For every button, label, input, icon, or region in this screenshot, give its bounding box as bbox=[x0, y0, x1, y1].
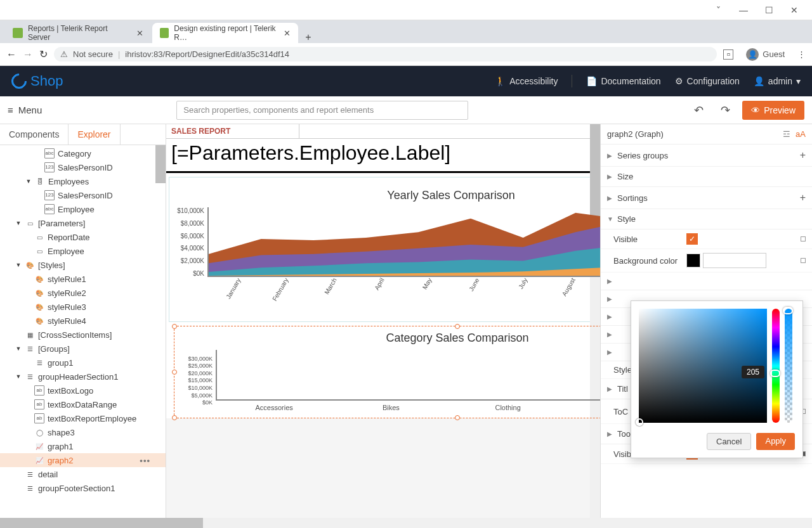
hue-cursor[interactable] bbox=[770, 370, 780, 377]
prop-reset-icon[interactable] bbox=[801, 258, 806, 263]
tree-node-graph1[interactable]: 📈graph1 bbox=[0, 439, 166, 453]
window-maximize[interactable]: ☐ bbox=[756, 0, 782, 20]
tree-node-textboxlogo[interactable]: abtextBoxLogo bbox=[0, 383, 166, 397]
node-options-icon[interactable]: ••• bbox=[140, 456, 150, 465]
chart2-bars bbox=[216, 350, 600, 401]
tree-node-groups[interactable]: ▼☰[Groups] bbox=[0, 342, 166, 356]
tree-node-crosssection[interactable]: ▦[CrossSectionItems] bbox=[0, 328, 166, 342]
tree-node-groupheader[interactable]: ▼☰groupHeaderSection1 bbox=[0, 370, 166, 383]
browser-tab-reports[interactable]: Reports | Telerik Report Server ✕ bbox=[5, 23, 151, 43]
nav-forward-icon[interactable]: → bbox=[23, 49, 33, 60]
graph1-area-chart[interactable]: Yearly Sales Comparison $10,000K $8,000K… bbox=[169, 177, 600, 322]
design-canvas[interactable]: SALES REPORT [=Param▲ [=Parameters.Emplo… bbox=[166, 124, 600, 528]
guest-chip[interactable]: 👤 Guest bbox=[740, 46, 791, 63]
menu-button[interactable]: ≡Menu bbox=[8, 105, 42, 115]
tree-scrollbar[interactable] bbox=[155, 145, 166, 183]
caret-down-icon[interactable]: ▼ bbox=[15, 220, 22, 226]
search-input[interactable]: Search properties, components and report… bbox=[176, 101, 468, 120]
tree-node-salespersonid[interactable]: 123SalesPersonID bbox=[0, 160, 166, 174]
preview-label: Preview bbox=[764, 105, 796, 115]
section-hidden1[interactable]: ▶ bbox=[601, 273, 812, 290]
tree-node-parameters[interactable]: ▼▭[Parameters] bbox=[0, 216, 166, 230]
nav-back-icon[interactable]: ← bbox=[6, 49, 16, 60]
app-logo[interactable]: Shop bbox=[11, 73, 63, 89]
sv-cursor[interactable] bbox=[636, 418, 643, 426]
bg-color-swatch[interactable] bbox=[686, 254, 700, 267]
section-size[interactable]: ▶Size bbox=[601, 167, 812, 187]
add-icon[interactable]: + bbox=[800, 150, 806, 161]
undo-button[interactable]: ↶ bbox=[689, 103, 708, 117]
section-style[interactable]: ▼Style bbox=[601, 209, 812, 229]
tree-node-groupfooter[interactable]: ☰groupFooterSection1 bbox=[0, 481, 166, 495]
tree-node-stylerule1[interactable]: 🎨styleRule1 bbox=[0, 272, 166, 286]
tab-close-icon[interactable]: ✕ bbox=[136, 29, 143, 38]
palette-icon: 🎨 bbox=[25, 260, 35, 270]
resize-handle[interactable] bbox=[455, 324, 460, 329]
section-series-groups[interactable]: ▶Series groups+ bbox=[601, 145, 812, 167]
caret-down-icon[interactable]: ▼ bbox=[15, 262, 22, 268]
bg-color-input[interactable] bbox=[703, 253, 766, 268]
graph2-selected[interactable]: Category Sales Comparison $30,000K $25,0… bbox=[174, 326, 600, 418]
redo-button[interactable]: ↷ bbox=[716, 103, 735, 117]
hue-slider[interactable]: 205 bbox=[772, 309, 780, 423]
tree-node-detail[interactable]: ☰detail bbox=[0, 467, 166, 481]
tree-node-stylerule4[interactable]: 🎨styleRule4 bbox=[0, 314, 166, 328]
tree-node-stylerule2[interactable]: 🎨styleRule2 bbox=[0, 286, 166, 300]
window-close[interactable]: ✕ bbox=[782, 0, 807, 20]
person-icon: 🚶 bbox=[495, 76, 506, 86]
add-icon[interactable]: + bbox=[800, 192, 806, 203]
nav-reload-icon[interactable]: ↻ bbox=[39, 48, 48, 60]
picker-apply-button[interactable]: Apply bbox=[756, 433, 795, 450]
tab-components[interactable]: Components bbox=[0, 124, 69, 145]
section-sortings[interactable]: ▶Sortings+ bbox=[601, 187, 812, 209]
accessibility-link[interactable]: 🚶Accessibility bbox=[495, 76, 558, 86]
caret-down-icon[interactable]: ▼ bbox=[15, 345, 22, 352]
documentation-link[interactable]: 📄Documentation bbox=[586, 76, 660, 86]
configuration-link[interactable]: ⚙Configuration bbox=[675, 76, 740, 86]
tree-node-graph2[interactable]: 📈graph2••• bbox=[0, 453, 166, 467]
tree-node-category[interactable]: abcCategory bbox=[0, 146, 166, 160]
tree-node-stylerule3[interactable]: 🎨styleRule3 bbox=[0, 300, 166, 314]
visible-checkbox[interactable]: ✓ bbox=[686, 233, 698, 245]
tab-explorer[interactable]: Explorer bbox=[69, 124, 120, 145]
preview-button[interactable]: 👁Preview bbox=[742, 101, 804, 120]
tree-node-employee[interactable]: abcEmployee bbox=[0, 202, 166, 216]
admin-link[interactable]: 👤admin ▾ bbox=[754, 76, 801, 86]
alpha-slider[interactable] bbox=[785, 309, 792, 423]
tree-node-employee2[interactable]: ▭Employee bbox=[0, 244, 166, 258]
tree-node-textboxreportemployee[interactable]: abtextBoxReportEmployee bbox=[0, 411, 166, 425]
tree-node-employees[interactable]: ▼🗄Employees bbox=[0, 174, 166, 188]
palette-icon: 🎨 bbox=[34, 302, 44, 312]
caret-down-icon[interactable]: ▼ bbox=[25, 178, 32, 184]
browser-tab-design[interactable]: Design existing report | Telerik R… ✕ bbox=[152, 23, 298, 43]
params-expression[interactable]: [=Parameters.Employee.Label] bbox=[166, 139, 600, 173]
browser-menu-icon[interactable]: ⋮ bbox=[797, 49, 806, 59]
report-title[interactable]: SALES REPORT bbox=[166, 124, 299, 138]
section-icon: ☰ bbox=[25, 483, 35, 493]
tree-node-textboxdatarange[interactable]: abtextBoxDataRange bbox=[0, 397, 166, 411]
caret-right-icon: ▶ bbox=[607, 430, 617, 437]
panel-tabs: Components Explorer bbox=[0, 124, 166, 145]
resize-handle[interactable] bbox=[172, 324, 177, 329]
extensions-icon[interactable]: ▫ bbox=[723, 49, 733, 60]
list-view-icon[interactable]: ☲ bbox=[783, 129, 790, 139]
window-minimize[interactable]: — bbox=[731, 0, 756, 20]
tab-close-icon[interactable]: ✕ bbox=[284, 29, 291, 38]
tree-node-salespersonid2[interactable]: 123SalesPersonID bbox=[0, 188, 166, 202]
user-icon: 👤 bbox=[754, 76, 764, 86]
url-bar[interactable]: ⚠ Not secure | ihristov:83/Report/Design… bbox=[54, 47, 717, 61]
tree-node-shape3[interactable]: ◯shape3 bbox=[0, 425, 166, 439]
picker-cancel-button[interactable]: Cancel bbox=[707, 433, 751, 450]
caret-down-icon[interactable]: ▼ bbox=[15, 373, 22, 380]
tree-node-styles[interactable]: ▼🎨[Styles] bbox=[0, 258, 166, 272]
caret-right-icon: ▶ bbox=[607, 195, 617, 202]
alpha-sort-icon[interactable]: aA bbox=[796, 129, 806, 139]
window-chevron[interactable]: ˅ bbox=[705, 0, 731, 20]
tree-node-group1[interactable]: ☰group1 bbox=[0, 356, 166, 370]
prop-reset-icon[interactable] bbox=[801, 236, 806, 241]
field-icon: abc bbox=[44, 204, 55, 214]
tree-node-reportdate[interactable]: ▭ReportDate bbox=[0, 230, 166, 244]
new-tab-button[interactable]: + bbox=[299, 32, 317, 43]
alpha-cursor[interactable] bbox=[783, 307, 793, 314]
bottom-scrollbar[interactable] bbox=[0, 518, 812, 528]
